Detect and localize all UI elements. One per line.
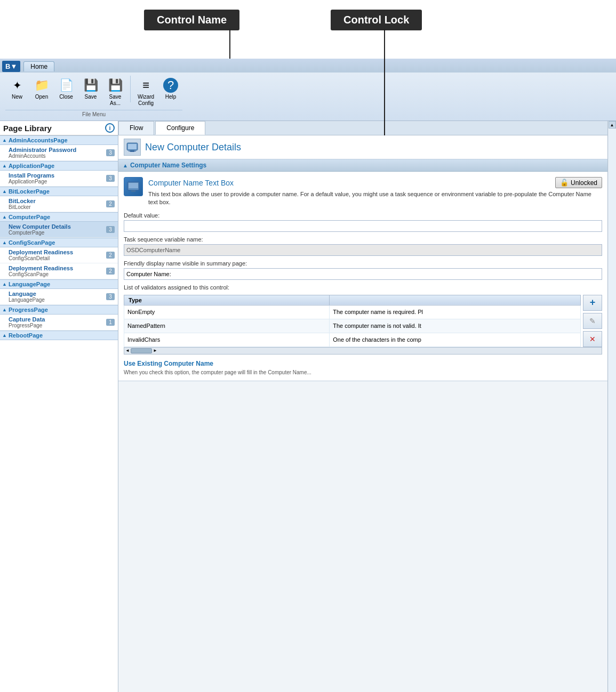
validator-desc-invalidchars: One of the characters in the comp	[330, 333, 581, 347]
ribbon-content: ✦ New 📁 Open 📄 Close 💾 Save 💾 Save	[0, 73, 616, 120]
sidebar-group-progress-title: ProgressPage	[9, 307, 48, 313]
section-header[interactable]: ▲ Computer Name Settings	[118, 159, 607, 172]
control-description: This text box allows the user to provide…	[148, 190, 602, 207]
control-info: Computer Name Text Box 🔓 Unlocked This t…	[148, 177, 602, 207]
task-seq-input[interactable]	[124, 244, 602, 256]
scroll-right-arrow[interactable]: ►	[152, 348, 158, 353]
sidebar-item-configscan2-content: Deployment Readiness ConfigScanPage	[9, 265, 106, 277]
page-header: New Computer Details	[118, 135, 607, 159]
tab-home[interactable]: Home	[23, 61, 54, 71]
save-as-button[interactable]: 💾 SaveAs...	[103, 76, 127, 109]
validator-type-invalidchars: InvalidChars	[124, 333, 330, 347]
open-icon: 📁	[34, 78, 49, 93]
sidebar-item-deployment-readiness-1[interactable]: Deployment Readiness ConfigScanDetail 2	[0, 247, 118, 263]
validator-buttons: + ✎ ✕	[583, 295, 602, 347]
svg-rect-7	[131, 190, 135, 192]
content-tabs: Flow Configure	[118, 121, 607, 135]
sidebar-item-admin-name: Administrator Password	[9, 147, 106, 153]
sidebar-group-reboot[interactable]: ▲ RebootPage	[0, 331, 118, 340]
sidebar-item-admin-password[interactable]: Administrator Password AdminAccounts 3	[0, 145, 118, 161]
new-button[interactable]: ✦ New	[5, 76, 29, 109]
sidebar-group-language[interactable]: ▲ LanguagePage	[0, 279, 118, 289]
scrollbar-thumb	[131, 348, 152, 353]
sidebar-item-language[interactable]: Language LanguagePage 3	[0, 289, 118, 305]
save-icon: 💾	[83, 78, 98, 93]
sidebar-item-app-content: Install Programs ApplicationPage	[9, 172, 106, 184]
sidebar-group-app[interactable]: ▲ ApplicationPage	[0, 161, 118, 171]
sidebar-group-reboot-title: RebootPage	[9, 332, 43, 339]
control-header-row: Computer Name Text Box 🔓 Unlocked This t…	[124, 177, 602, 207]
sidebar-group-computer[interactable]: ▲ ComputerPage	[0, 212, 118, 222]
svg-rect-6	[129, 188, 138, 190]
sidebar-item-progress-sub: ProgressPage	[9, 323, 106, 328]
sidebar-item-app-badge: 3	[106, 175, 115, 182]
validators-scrollbar[interactable]: ◄ ►	[124, 347, 602, 355]
tab-configure[interactable]: Configure	[155, 121, 205, 135]
sidebar-item-new-computer-details[interactable]: New Computer Details ComputerPage 3	[0, 222, 118, 238]
close-icon: 📄	[59, 78, 74, 93]
new-label: New	[12, 94, 22, 100]
validator-desc-namedpattern: The computer name is not valid. It	[330, 319, 581, 333]
sidebar-group-bitlocker[interactable]: ▲ BitLockerPage	[0, 187, 118, 196]
close-label: Close	[59, 94, 73, 100]
control-name: Computer Name Text Box	[148, 179, 234, 187]
close-button[interactable]: 📄 Close	[54, 76, 78, 109]
sidebar-arrow-bitlocker: ▲	[2, 189, 7, 194]
sidebar-item-configscan1-content: Deployment Readiness ConfigScanDetail	[9, 249, 106, 261]
sidebar-item-admin-sub: AdminAccounts	[9, 153, 106, 159]
sidebar-item-configscan2-badge: 2	[106, 268, 115, 275]
add-validator-button[interactable]: +	[583, 295, 602, 311]
ribbon: B▼ Home ✦ New 📁 Open 📄 Close 💾	[0, 59, 616, 121]
validator-row-namedpattern[interactable]: NamedPattern The computer name is not va…	[124, 319, 581, 333]
friendly-input[interactable]	[124, 268, 602, 280]
validator-row-invalidchars[interactable]: InvalidChars One of the characters in th…	[124, 333, 581, 347]
lock-icon: 🔓	[560, 179, 569, 187]
add-validator-icon: +	[590, 297, 596, 308]
save-button[interactable]: 💾 Save	[79, 76, 102, 109]
sidebar-group-configscan[interactable]: ▲ ConfigScanPage	[0, 238, 118, 247]
help-label: Help	[165, 94, 177, 100]
delete-validator-button[interactable]: ✕	[583, 331, 602, 347]
app-menu-button[interactable]: B▼	[2, 61, 20, 72]
sidebar-item-install-programs[interactable]: Install Programs ApplicationPage 3	[0, 171, 118, 187]
validator-desc-nonempty: The computer name is required. Pl	[330, 305, 581, 319]
sidebar-group-admin[interactable]: ▲ AdminAccountsPage	[0, 135, 118, 145]
edit-validator-button[interactable]: ✎	[583, 313, 602, 329]
scroll-up-button[interactable]: ▲	[609, 121, 616, 128]
svg-rect-5	[129, 183, 138, 188]
sidebar-header: Page Library i	[0, 121, 118, 135]
scroll-left-arrow[interactable]: ◄	[124, 348, 131, 353]
sidebar-group-bitlocker-title: BitLockerPage	[9, 188, 50, 195]
validator-row-nonempty[interactable]: NonEmpty The computer name is required. …	[124, 305, 581, 319]
sidebar-item-bitlocker[interactable]: BitLocker BitLocker 2	[0, 196, 118, 212]
sidebar-group-progress[interactable]: ▲ ProgressPage	[0, 305, 118, 315]
sidebar-info-icon[interactable]: i	[105, 123, 115, 133]
sidebar-item-admin-badge: 3	[106, 149, 115, 156]
default-value-input[interactable]	[124, 220, 602, 232]
use-existing-link[interactable]: Use Existing Computer Name	[124, 360, 213, 367]
new-icon: ✦	[10, 78, 25, 93]
sidebar-item-language-name: Language	[9, 291, 106, 297]
main-layout: Page Library i ▲ AdminAccountsPage Admin…	[0, 121, 616, 692]
sidebar-item-deployment-readiness-2[interactable]: Deployment Readiness ConfigScanPage 2	[0, 263, 118, 279]
sidebar-arrow-language: ▲	[2, 281, 7, 287]
validators-section: Type NonEmpty The computer name is requi…	[124, 295, 602, 355]
sidebar-item-capture-data[interactable]: Capture Data ProgressPage 1	[0, 315, 118, 331]
wizard-config-button[interactable]: ≡ WizardConfig	[134, 76, 158, 109]
tab-flow[interactable]: Flow	[118, 121, 154, 135]
sidebar-item-configscan2-sub: ConfigScanPage	[9, 271, 106, 277]
svg-rect-3	[128, 144, 137, 149]
default-value-label: Default value:	[124, 212, 602, 219]
help-button[interactable]: ? Help	[159, 76, 182, 109]
friendly-label: Friendly display name visible in summary…	[124, 260, 602, 267]
annotation-line-control-name	[229, 29, 230, 59]
help-icon: ?	[163, 78, 178, 93]
open-button[interactable]: 📁 Open	[30, 76, 53, 109]
sidebar-group-configscan-title: ConfigScanPage	[9, 239, 55, 246]
control-icon	[124, 177, 143, 196]
sidebar-arrow-configscan: ▲	[2, 240, 7, 245]
page-content: New Computer Details ▲ Computer Name Set…	[118, 135, 607, 381]
lock-badge[interactable]: 🔓 Unlocked	[555, 177, 602, 188]
app-menu-icon: B▼	[5, 62, 17, 70]
sidebar-item-language-sub: LanguagePage	[9, 297, 106, 303]
